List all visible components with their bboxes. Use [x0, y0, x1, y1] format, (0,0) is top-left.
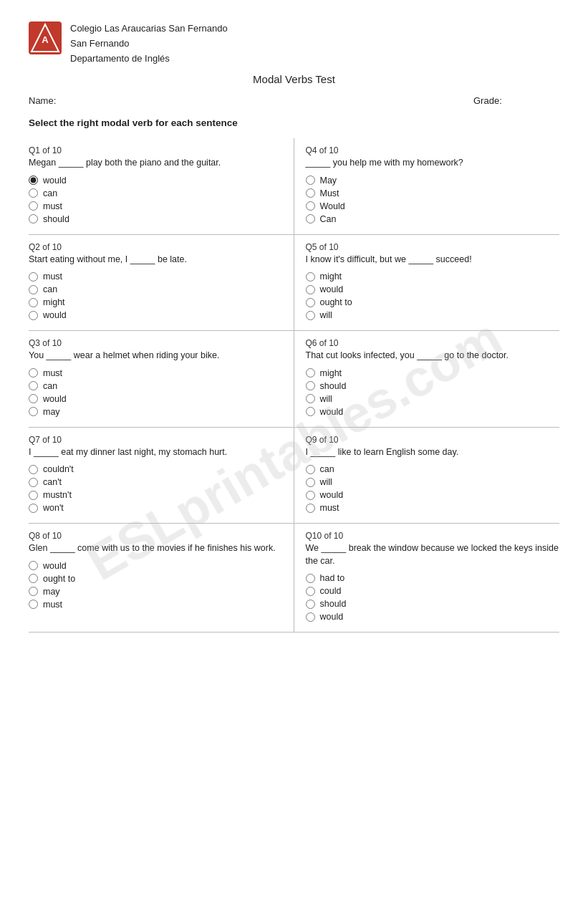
q3-label: Q3 of 10: [29, 338, 282, 348]
q5-label-will: will: [320, 310, 332, 320]
q10-radio-hadto[interactable]: [306, 574, 315, 583]
q5-option-might[interactable]: might: [306, 271, 553, 282]
q2-radio-might[interactable]: [29, 298, 38, 307]
q10-option-would[interactable]: would: [306, 612, 560, 622]
q8-option-may[interactable]: may: [29, 587, 282, 597]
q9-radio-must[interactable]: [306, 504, 315, 513]
q1-option-must[interactable]: must: [29, 201, 282, 211]
q4-radio-would[interactable]: [306, 201, 315, 211]
q1-radio-should[interactable]: [29, 214, 38, 223]
q10-option-could[interactable]: could: [306, 586, 560, 596]
q7-option-mustnt[interactable]: mustn't: [29, 490, 282, 500]
q6-radio-might[interactable]: [306, 368, 315, 378]
q1-option-should[interactable]: should: [29, 214, 282, 224]
q5-radio-will[interactable]: [306, 311, 315, 320]
q2-radio-must[interactable]: [29, 272, 38, 282]
q8-radio-would[interactable]: [29, 561, 38, 570]
q3-radio-would[interactable]: [29, 394, 38, 403]
q7-radio-wont[interactable]: [29, 504, 38, 513]
q5-radio-would[interactable]: [306, 285, 315, 294]
q6-radio-will[interactable]: [306, 394, 315, 403]
q1-option-would[interactable]: would: [29, 176, 282, 186]
q9-option-will[interactable]: will: [306, 477, 553, 487]
q5-option-would[interactable]: would: [306, 284, 553, 294]
q4-option-can[interactable]: Can: [306, 214, 553, 224]
q3-option-may[interactable]: may: [29, 407, 282, 417]
q8-radio-must[interactable]: [29, 600, 38, 609]
q3-option-can[interactable]: can: [29, 381, 282, 391]
instructions: Select the right modal verb for each sen…: [29, 117, 559, 128]
question-block-q6: Q6 of 10 That cut looks infected, you __…: [294, 331, 560, 428]
q2-option-would[interactable]: would: [29, 310, 282, 320]
q2-label-must: must: [43, 271, 62, 282]
q7-option-couldnt[interactable]: couldn't: [29, 464, 282, 474]
q10-radio-should[interactable]: [306, 600, 315, 609]
q3-option-would[interactable]: would: [29, 394, 282, 404]
q2-option-can[interactable]: can: [29, 284, 282, 294]
q3-radio-can[interactable]: [29, 381, 38, 390]
q2-option-might[interactable]: might: [29, 297, 282, 307]
q7-sentence: I _____ eat my dinner last night, my sto…: [29, 446, 282, 459]
q4-option-would[interactable]: Would: [306, 201, 553, 211]
q6-radio-would[interactable]: [306, 407, 315, 416]
q5-option-will[interactable]: will: [306, 310, 553, 320]
q4-radio-may[interactable]: [306, 176, 315, 185]
q10-option-hadto[interactable]: had to: [306, 573, 560, 583]
q8-option-must[interactable]: must: [29, 600, 282, 610]
q1-radio-must[interactable]: [29, 201, 38, 211]
q4-option-must[interactable]: Must: [306, 188, 553, 198]
q9-option-must[interactable]: must: [306, 503, 553, 513]
q1-label-would: would: [43, 176, 67, 186]
q9-option-can[interactable]: can: [306, 464, 553, 474]
q6-radio-should[interactable]: [306, 381, 315, 390]
q6-option-might[interactable]: might: [306, 368, 553, 378]
q8-option-would[interactable]: would: [29, 561, 282, 571]
q8-label-must: must: [43, 600, 62, 610]
q5-option-ought[interactable]: ought to: [306, 297, 553, 307]
q2-radio-would[interactable]: [29, 311, 38, 320]
q3-label-would: would: [43, 394, 67, 404]
q7-radio-cant[interactable]: [29, 478, 38, 487]
q7-radio-couldnt[interactable]: [29, 465, 38, 474]
q2-option-must[interactable]: must: [29, 271, 282, 282]
question-block-q9: Q9 of 10 I _____ like to learn English s…: [294, 428, 560, 524]
q6-label-might: might: [320, 368, 342, 378]
q8-radio-ought[interactable]: [29, 574, 38, 583]
question-block-q5: Q5 of 10 I know it's difficult, but we _…: [294, 235, 560, 332]
q3-radio-must[interactable]: [29, 368, 38, 378]
name-label: Name:: [29, 95, 115, 106]
question-block-q1: Q1 of 10 Megan _____ play both the piano…: [29, 138, 294, 235]
q6-option-should[interactable]: should: [306, 381, 553, 391]
q9-option-would[interactable]: would: [306, 490, 553, 500]
school-dept: Departamento de Inglés: [70, 52, 228, 67]
q9-label-can: can: [320, 464, 334, 474]
q9-radio-can[interactable]: [306, 465, 315, 474]
q4-radio-must[interactable]: [306, 188, 315, 198]
q7-label: Q7 of 10: [29, 435, 282, 445]
q9-radio-will[interactable]: [306, 478, 315, 487]
q3-option-must[interactable]: must: [29, 368, 282, 378]
q8-option-ought[interactable]: ought to: [29, 574, 282, 584]
q7-option-cant[interactable]: can't: [29, 477, 282, 487]
q7-radio-mustnt[interactable]: [29, 491, 38, 500]
q7-label-wont: won't: [43, 503, 64, 513]
q1-radio-would[interactable]: [29, 176, 38, 185]
q9-radio-would[interactable]: [306, 491, 315, 500]
q2-radio-can[interactable]: [29, 285, 38, 294]
q10-radio-could[interactable]: [306, 587, 315, 596]
q7-option-wont[interactable]: won't: [29, 503, 282, 513]
q2-label-would: would: [43, 310, 67, 320]
q8-radio-may[interactable]: [29, 587, 38, 596]
q3-radio-may[interactable]: [29, 407, 38, 416]
q5-radio-might[interactable]: [306, 272, 315, 282]
q6-option-would[interactable]: would: [306, 407, 553, 417]
q5-radio-ought[interactable]: [306, 298, 315, 307]
q4-radio-can[interactable]: [306, 214, 315, 223]
q6-option-will[interactable]: will: [306, 394, 553, 404]
q10-radio-would[interactable]: [306, 612, 315, 622]
q5-label-would: would: [320, 284, 344, 294]
q1-option-can[interactable]: can: [29, 188, 282, 198]
q10-option-should[interactable]: should: [306, 599, 560, 609]
q4-option-may[interactable]: May: [306, 176, 553, 186]
q1-radio-can[interactable]: [29, 188, 38, 198]
